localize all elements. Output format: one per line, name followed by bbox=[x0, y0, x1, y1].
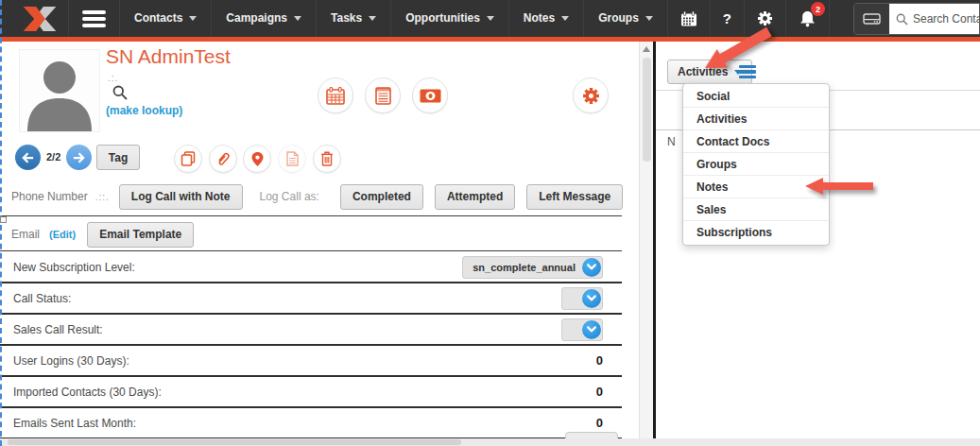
nav-contacts[interactable]: Contacts bbox=[120, 0, 212, 37]
map-pin-icon bbox=[250, 151, 265, 167]
record-pager: 2/2 bbox=[46, 151, 60, 163]
x-logo-icon bbox=[23, 7, 57, 31]
help-icon: ? bbox=[723, 10, 731, 26]
arrow-left-icon bbox=[21, 151, 35, 164]
caret-down-icon bbox=[369, 16, 376, 21]
previous-record-button[interactable] bbox=[15, 145, 41, 170]
chevron-down-icon[interactable] bbox=[582, 320, 601, 339]
field-grip: .:. bbox=[108, 73, 118, 83]
copy-record-button[interactable] bbox=[174, 145, 202, 173]
menu-item-social[interactable]: Social bbox=[683, 85, 829, 108]
field-value: 0 bbox=[596, 353, 603, 368]
main-menu-button[interactable] bbox=[68, 0, 120, 37]
chevron-down-icon[interactable] bbox=[582, 258, 601, 277]
menu-item-groups[interactable]: Groups bbox=[683, 153, 829, 176]
calendar-icon bbox=[326, 87, 345, 105]
make-lookup-link[interactable]: (make lookup) bbox=[106, 104, 182, 117]
nav-notes[interactable]: Notes bbox=[509, 0, 584, 37]
log-call-attempted-button[interactable]: Attempted bbox=[435, 184, 515, 210]
nav-label: Notes bbox=[524, 0, 555, 37]
calendar-nav-button[interactable] bbox=[668, 0, 711, 37]
subscription-level-select[interactable]: sn_complete_annual bbox=[462, 256, 603, 279]
calendar-action-button[interactable] bbox=[318, 77, 353, 113]
nav-label: Tasks bbox=[331, 0, 362, 37]
email-label: Email bbox=[11, 228, 40, 241]
field-value: 0 bbox=[596, 385, 603, 399]
menu-item-contact-docs[interactable]: Contact Docs bbox=[683, 130, 829, 153]
custom-fields-list: New Subscription Level: sn_complete_annu… bbox=[0, 252, 622, 439]
sales-call-result-select[interactable] bbox=[561, 318, 603, 341]
nav-label: Contacts bbox=[134, 0, 182, 37]
activities-dropdown-menu: Social Activities Contact Docs Groups No… bbox=[682, 83, 830, 246]
next-record-button[interactable] bbox=[66, 145, 92, 170]
field-label: Emails Sent Last Month: bbox=[13, 417, 136, 430]
field-row-call-status: Call Status: bbox=[0, 283, 622, 315]
field-row-user-logins: User Logins (30 Days): 0 bbox=[0, 346, 622, 377]
email-edit-link[interactable]: (Edit) bbox=[49, 229, 76, 240]
notifications-button[interactable]: 2 bbox=[786, 0, 830, 37]
nav-campaigns[interactable]: Campaigns bbox=[212, 0, 317, 37]
gear-icon bbox=[582, 87, 600, 105]
notepad-icon bbox=[375, 86, 391, 105]
field-row-emails-sent: Emails Sent Last Month: 0 bbox=[0, 408, 622, 439]
field-label: Sales Call Result: bbox=[13, 323, 103, 336]
call-status-select[interactable] bbox=[561, 287, 603, 310]
avatar bbox=[19, 49, 100, 132]
nav-label: Campaigns bbox=[226, 0, 287, 37]
menu-item-activities[interactable]: Activities bbox=[683, 108, 829, 130]
scrollbar-thumb[interactable] bbox=[8, 439, 461, 445]
notes-action-button[interactable] bbox=[365, 77, 401, 113]
field-label: New Subscription Level: bbox=[13, 261, 135, 274]
document-attachment-button[interactable] bbox=[278, 145, 306, 173]
map-location-button[interactable] bbox=[243, 145, 271, 173]
nav-groups[interactable]: Groups bbox=[584, 0, 668, 37]
billing-action-button[interactable] bbox=[412, 77, 448, 113]
vertical-scrollbar[interactable] bbox=[639, 42, 653, 446]
scroll-up-arrow-icon[interactable] bbox=[643, 46, 650, 52]
delete-button[interactable] bbox=[313, 145, 341, 173]
nav-label: Groups bbox=[598, 0, 639, 37]
field-label: Call Status: bbox=[13, 292, 71, 305]
document-icon bbox=[286, 151, 299, 166]
search-input[interactable] bbox=[913, 12, 979, 26]
arrow-right-icon bbox=[72, 151, 86, 164]
field-row-imported-contacts: Imported Contacts (30 Days): 0 bbox=[0, 377, 622, 408]
panel-menu-button[interactable] bbox=[739, 65, 756, 80]
paperclip-icon bbox=[215, 151, 231, 166]
person-silhouette-icon bbox=[20, 50, 99, 131]
global-search-group bbox=[853, 3, 980, 35]
log-call-left-message-button[interactable]: Left Message bbox=[526, 184, 623, 210]
search-scope-button[interactable] bbox=[854, 4, 889, 34]
scrollbar-thumb[interactable] bbox=[643, 58, 651, 162]
attach-button[interactable] bbox=[209, 145, 237, 173]
contact-name: SN AdminTest bbox=[106, 45, 231, 68]
log-call-with-note-button[interactable]: Log Call with Note bbox=[119, 184, 243, 210]
top-navigation-bar: Contacts Campaigns Tasks Opportunities N… bbox=[0, 0, 980, 37]
menu-item-sales[interactable]: Sales bbox=[683, 198, 829, 221]
money-icon bbox=[420, 89, 441, 103]
app-window: Contacts Campaigns Tasks Opportunities N… bbox=[0, 0, 980, 446]
phone-call-row: Phone Number .::. Log Call with Note Log… bbox=[11, 183, 634, 210]
field-row-subscription-level: New Subscription Level: sn_complete_annu… bbox=[0, 252, 622, 283]
chevron-down-icon[interactable] bbox=[582, 289, 601, 308]
contact-settings-button[interactable] bbox=[573, 77, 609, 113]
contact-search-button[interactable] bbox=[112, 85, 128, 104]
help-button[interactable]: ? bbox=[711, 0, 745, 37]
email-row: Email (Edit) Email Template bbox=[11, 221, 194, 248]
divider bbox=[0, 250, 622, 251]
nav-opportunities[interactable]: Opportunities bbox=[391, 0, 509, 37]
log-call-as-label: Log Call as: bbox=[260, 190, 319, 203]
log-call-completed-button[interactable]: Completed bbox=[340, 184, 423, 210]
search-icon bbox=[896, 13, 908, 26]
email-template-button[interactable]: Email Template bbox=[87, 222, 194, 248]
caret-down-icon bbox=[561, 16, 569, 21]
nav-tasks[interactable]: Tasks bbox=[317, 0, 391, 37]
nav-label: Opportunities bbox=[405, 0, 480, 37]
selection-handle bbox=[0, 216, 7, 223]
app-logo[interactable] bbox=[23, 7, 57, 31]
horizontal-scrollbar[interactable] bbox=[0, 438, 980, 446]
tag-button[interactable]: Tag bbox=[96, 145, 140, 170]
menu-item-subscriptions[interactable]: Subscriptions bbox=[683, 221, 829, 244]
activities-panel: Activities N Social Activities Contact D… bbox=[656, 42, 980, 446]
annotation-arrow-notes bbox=[805, 177, 873, 196]
